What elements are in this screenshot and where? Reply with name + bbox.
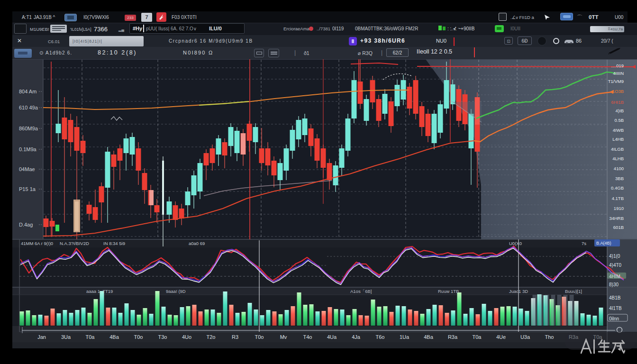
svg-text:4LHB: 4LHB	[612, 156, 624, 161]
svg-text:4IIIIN: 4IIIIN	[613, 71, 624, 76]
svg-text:D.4ag: D.4ag	[19, 222, 33, 228]
svg-text:04Mae: 04Mae	[19, 166, 35, 172]
svg-text:6HI1B: 6HI1B	[611, 100, 624, 105]
svg-text:Ruuw 1TB: Ruuw 1TB	[438, 289, 459, 294]
svg-text:4Ba: 4Ba	[424, 334, 433, 340]
svg-text:a0a0 69: a0a0 69	[189, 241, 205, 246]
svg-text:4Ua: 4Ua	[327, 334, 337, 340]
svg-text:3BB: 3BB	[615, 176, 624, 181]
svg-text:P15 1a: P15 1a	[19, 186, 36, 192]
svg-text:R3a: R3a	[448, 334, 458, 340]
svg-text:U0(X0: U0(X0	[509, 241, 522, 246]
svg-text:7s: 7s	[582, 241, 586, 246]
svg-text:Jan: Jan	[37, 334, 46, 340]
svg-text:T4o: T4o	[303, 334, 312, 340]
svg-text:4B1B: 4B1B	[609, 295, 621, 300]
svg-text:4Ja: 4Ja	[352, 334, 361, 340]
svg-text:L4HB: L4HB	[612, 136, 624, 142]
svg-text:A1os「6B]: A1os「6B]	[350, 289, 372, 294]
svg-text:4ILGB: 4ILGB	[611, 146, 624, 152]
svg-text:1Ua: 1Ua	[400, 334, 410, 340]
svg-text:4Ue: 4Ue	[496, 334, 506, 340]
svg-text:0.5B: 0.5B	[614, 118, 624, 123]
svg-text:860M9a: 860M9a	[19, 126, 38, 131]
svg-text:Juac1 3D: Juac1 3D	[509, 289, 528, 294]
svg-text:R3: R3	[232, 334, 238, 340]
svg-text:0.4GB: 0.4GB	[611, 185, 624, 191]
svg-text:1910: 1910	[614, 206, 624, 211]
svg-text:T0a: T0a	[473, 334, 482, 340]
svg-text:Buuu)[1]: Buuu)[1]	[565, 289, 582, 294]
svg-text:4.1TB: 4.1TB	[612, 196, 624, 201]
svg-text:4I1TB: 4I1TB	[609, 306, 622, 311]
svg-text:T6o: T6o	[376, 334, 385, 340]
svg-text:B.A(4B): B.A(4B)	[596, 241, 611, 246]
svg-text:....019: ....019	[611, 63, 624, 68]
svg-text:aaaa 1. TT19: aaaa 1. TT19	[86, 289, 113, 294]
svg-text:4)1(0: 4)1(0	[609, 254, 620, 259]
svg-text:4)4T0: 4)4T0	[609, 263, 622, 268]
svg-text:601B: 601B	[613, 225, 624, 230]
svg-text:T2o: T2o	[207, 334, 216, 340]
svg-text:4Uo: 4Uo	[182, 334, 191, 340]
svg-text:41MM 6A r 9(I)0: 41MM 6A r 9(I)0	[21, 241, 53, 246]
svg-text:Tho: Tho	[545, 334, 554, 340]
svg-text:610 49a: 610 49a	[19, 105, 38, 110]
svg-text:3Ua: 3Ua	[61, 334, 71, 340]
svg-text:4IWB: 4IWB	[613, 127, 624, 133]
svg-text:34HRB: 34HRB	[609, 216, 624, 221]
svg-text:0.1M9a: 0.1M9a	[19, 146, 37, 152]
svg-text:T0o: T0o	[255, 334, 264, 340]
svg-text:T3o: T3o	[158, 334, 167, 340]
svg-text:T1/VM9: T1/VM9	[608, 79, 624, 84]
svg-text:4100: 4100	[614, 166, 624, 171]
svg-text:0ilnn: 0ilnn	[609, 316, 619, 321]
svg-text:U3a: U3a	[520, 334, 530, 340]
svg-text:IN 8:34 5i9: IN 8:34 5i9	[103, 241, 125, 246]
svg-text:4)IB: 4)IB	[616, 108, 624, 113]
svg-text:4Ba: 4Ba	[109, 334, 119, 340]
svg-text:N.A.3?I/BIV2D: N.A.3?I/BIV2D	[60, 241, 89, 246]
svg-text:1O3B: 1O3B	[612, 89, 624, 94]
svg-text:8)30: 8)30	[609, 282, 619, 287]
svg-text:804 Am: 804 Am	[19, 89, 36, 94]
svg-text:9aaa! (9D: 9aaa! (9D	[166, 289, 186, 294]
svg-text:Mv: Mv	[280, 334, 287, 340]
svg-text:T0a: T0a	[86, 334, 95, 340]
svg-text:T0o: T0o	[134, 334, 143, 340]
